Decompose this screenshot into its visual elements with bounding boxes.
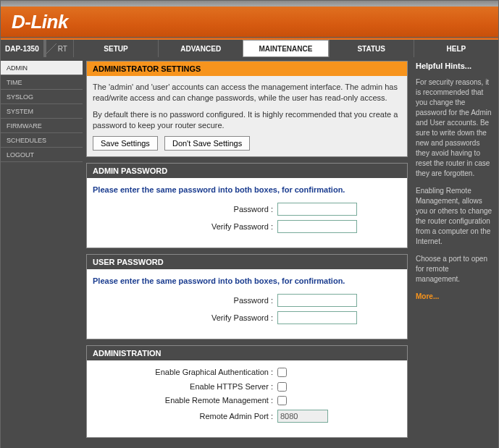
graphical-auth-label: Enable Graphical Authentication : — [93, 368, 277, 377]
sidebar: ADMIN TIME SYSLOG SYSTEM FIRMWARE SCHEDU… — [1, 57, 83, 448]
admin-verify-input[interactable] — [277, 220, 357, 233]
user-verify-label: Verify Password : — [93, 313, 277, 322]
https-server-checkbox[interactable] — [277, 382, 287, 392]
administration-title: ADMINISTRATION — [87, 346, 407, 360]
help-column: Helpful Hints... For security reasons, i… — [411, 57, 498, 448]
admin-password-panel: ADMIN PASSWORD Please enter the same pas… — [86, 163, 408, 248]
device-badge: DAP-1350 RT — [1, 40, 73, 57]
dont-save-settings-button[interactable]: Don't Save Settings — [164, 136, 250, 151]
help-para-3: Choose a port to open for remote managem… — [416, 254, 494, 284]
nav-tab-setup[interactable]: SETUP — [73, 40, 158, 57]
top-nav: DAP-1350 RT SETUP ADVANCED MAINTENANCE S… — [1, 40, 498, 57]
settings-desc-2: By default there is no password configur… — [93, 109, 401, 131]
help-more-link[interactable]: More... — [416, 292, 494, 302]
device-model: DAP-1350 — [1, 40, 46, 57]
sidebar-item-syslog[interactable]: SYSLOG — [1, 90, 83, 104]
admin-verify-label: Verify Password : — [93, 222, 277, 231]
settings-panel-title: ADMINISTRATOR SETTINGS — [87, 62, 407, 76]
sidebar-item-logout[interactable]: LOGOUT — [1, 148, 83, 162]
brand-logo: D-Link — [12, 11, 68, 33]
admin-password-title: ADMIN PASSWORD — [87, 164, 407, 178]
settings-desc-1: The 'admin' and 'user' accounts can acce… — [93, 82, 401, 103]
device-mode: RT — [56, 40, 73, 57]
sidebar-item-schedules[interactable]: SCHEDULES — [1, 133, 83, 148]
graphical-auth-checkbox[interactable] — [277, 368, 287, 377]
save-settings-button[interactable]: Save Settings — [93, 136, 158, 151]
settings-panel: ADMINISTRATOR SETTINGS The 'admin' and '… — [86, 61, 408, 157]
nav-tab-help[interactable]: HELP — [414, 40, 498, 57]
user-verify-input[interactable] — [277, 311, 357, 324]
nav-tab-maintenance[interactable]: MAINTENANCE — [243, 40, 328, 57]
user-password-label: Password : — [93, 296, 277, 305]
nav-tab-status[interactable]: STATUS — [329, 40, 414, 57]
user-password-instr: Please enter the same password into both… — [93, 276, 401, 285]
remote-mgmt-checkbox[interactable] — [277, 396, 287, 405]
remote-port-label: Remote Admin Port : — [93, 412, 277, 420]
https-server-label: Enable HTTPS Server : — [93, 382, 277, 391]
sidebar-item-admin[interactable]: ADMIN — [1, 61, 83, 75]
remote-port-input[interactable] — [277, 410, 328, 423]
administration-panel: ADMINISTRATION Enable Graphical Authenti… — [86, 345, 408, 437]
sidebar-item-system[interactable]: SYSTEM — [1, 104, 83, 119]
user-password-title: USER PASSWORD — [87, 255, 407, 269]
help-para-1: For security reasons, it is recommended … — [416, 77, 494, 179]
remote-mgmt-label: Enable Remote Management : — [93, 396, 277, 405]
admin-password-instr: Please enter the same password into both… — [93, 185, 401, 194]
nav-tab-advanced[interactable]: ADVANCED — [158, 40, 243, 57]
help-title: Helpful Hints... — [416, 61, 494, 72]
user-password-input[interactable] — [277, 294, 357, 307]
sidebar-item-time[interactable]: TIME — [1, 75, 83, 90]
sidebar-item-firmware[interactable]: FIRMWARE — [1, 119, 83, 133]
help-para-2: Enabling Remote Management, allows you o… — [416, 186, 494, 247]
admin-password-label: Password : — [93, 205, 277, 214]
header: D-Link — [1, 7, 498, 37]
user-password-panel: USER PASSWORD Please enter the same pass… — [86, 254, 408, 339]
admin-password-input[interactable] — [277, 203, 357, 216]
